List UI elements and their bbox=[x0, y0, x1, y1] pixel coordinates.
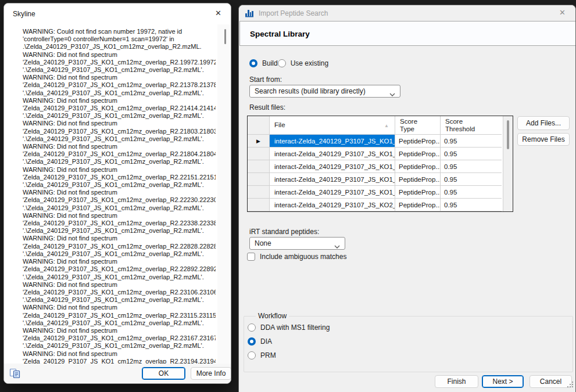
scrollbar-thumb[interactable] bbox=[224, 29, 226, 44]
next-button[interactable]: Next > bbox=[482, 375, 524, 388]
row-selector-header bbox=[248, 116, 270, 135]
cell-file[interactable]: interact-Zelda_240129_P3107_JS_KO1_... bbox=[270, 135, 395, 148]
cell-score-threshold[interactable]: 0.95 bbox=[441, 186, 502, 199]
add-files-button[interactable]: Add Files... bbox=[517, 116, 570, 130]
column-header-score-type[interactable]: Score Type bbox=[395, 116, 441, 135]
radio-icon bbox=[248, 351, 256, 359]
radio-label: DIA bbox=[260, 337, 272, 346]
warning-line: '.\Zelda_240129_P3107_JS_KO1_cm12mz_over… bbox=[23, 135, 216, 143]
window-titlebar[interactable]: Import Peptide Search ✕ bbox=[239, 5, 575, 21]
chevron-down-icon bbox=[389, 90, 395, 98]
workflow-options: DDA with MS1 filtering DIA PRM bbox=[244, 317, 573, 359]
column-header-file[interactable]: File ▲ bbox=[270, 116, 395, 135]
cell-score-threshold[interactable]: 0.95 bbox=[441, 135, 502, 148]
table-row[interactable]: interact-Zelda_240129_P3107_JS_KO1_... P… bbox=[248, 173, 513, 186]
sort-ascending-icon: ▲ bbox=[384, 122, 389, 130]
warning-line: 'Zelda_240129_P3107_JS_KO1_cm12mz_overla… bbox=[23, 289, 216, 296]
message-scrollbar[interactable] bbox=[217, 24, 230, 364]
warning-line: 'Zelda_240129_P3107_JS_KO1_cm12mz_overla… bbox=[23, 265, 216, 273]
table-row[interactable]: interact-Zelda_240129_P3107_JS_KO1_... P… bbox=[248, 186, 513, 199]
warning-line: 'Zelda_240129_P3107_JS_KO1_cm12mz_overla… bbox=[23, 243, 216, 250]
table-row[interactable]: interact-Zelda_240129_P3107_JS_KO1_... P… bbox=[248, 148, 513, 160]
warning-line: '.\Zelda_240129_P3107_JS_KO1_cm12mz_over… bbox=[23, 112, 216, 120]
warning-line: '.\Zelda_240129_P3107_JS_KO1_cm12mz_over… bbox=[23, 319, 216, 327]
warning-line: '.\Zelda_240129_P3107_JS_KO1_cm12mz_over… bbox=[23, 66, 216, 74]
cell-score-type[interactable]: PeptideProp... bbox=[395, 186, 441, 199]
warning-line: '.\Zelda_240129_P3107_JS_KO1_cm12mz_over… bbox=[23, 250, 216, 258]
warning-line: '.\Zelda_240129_P3107_JS_KO1_cm12mz_over… bbox=[23, 296, 216, 304]
column-header-score-threshold[interactable]: Score Threshold bbox=[441, 116, 502, 135]
result-files-label: Result files: bbox=[249, 103, 285, 112]
page-header: Spectral Library bbox=[239, 21, 575, 46]
workflow-radio[interactable]: PRM bbox=[248, 351, 573, 359]
start-from-select[interactable]: Search results (build library directly) bbox=[249, 85, 400, 98]
row-selector[interactable]: ▶ bbox=[248, 135, 270, 148]
close-icon[interactable]: ✕ bbox=[559, 8, 566, 17]
cell-score-threshold[interactable]: 0.95 bbox=[441, 173, 502, 186]
workflow-radio[interactable]: DDA with MS1 filtering bbox=[248, 323, 573, 332]
cell-score-type[interactable]: PeptideProp... bbox=[395, 148, 441, 160]
finish-button[interactable]: Finish bbox=[435, 375, 478, 388]
ok-button[interactable]: OK bbox=[142, 367, 185, 380]
irt-select[interactable]: None bbox=[249, 237, 345, 250]
warning-line: 'Zelda_240129_P3107_JS_KO1_cm12mz_overla… bbox=[23, 128, 216, 135]
cell-file[interactable]: interact-Zelda_240129_P3107_JS_KO1_... bbox=[270, 173, 395, 186]
cell-file[interactable]: interact-Zelda_240129_P3107_JS_KO1_... bbox=[270, 160, 395, 173]
cell-score-threshold[interactable]: 0.95 bbox=[441, 199, 502, 211]
workflow-group: Workflow DDA with MS1 filtering DIA bbox=[244, 316, 573, 372]
radio-icon bbox=[248, 323, 256, 332]
close-icon[interactable]: ✕ bbox=[215, 9, 221, 17]
library-source-radio[interactable]: Use existing bbox=[278, 59, 328, 67]
skyline-warning-dialog: Skyline ✕ WARNING: Could not find scan n… bbox=[3, 3, 231, 384]
row-selector[interactable] bbox=[248, 186, 270, 199]
cell-score-type[interactable]: PeptideProp... bbox=[395, 135, 441, 148]
library-source-radio[interactable]: Build bbox=[249, 59, 278, 67]
dialog-title: Skyline bbox=[13, 10, 35, 18]
row-selector[interactable] bbox=[248, 199, 270, 211]
table-scrollbar[interactable] bbox=[503, 116, 513, 211]
include-ambiguous-checkbox[interactable]: Include ambiguous matches bbox=[247, 253, 346, 261]
warning-line: '.\Zelda_240129_P3107_JS_KO1_cm12mz_over… bbox=[23, 227, 216, 235]
cell-score-type[interactable]: PeptideProp... bbox=[395, 199, 441, 211]
warning-line: 'Zelda_240129_P3107_JS_KO1_cm12mz_overla… bbox=[23, 335, 216, 342]
checkbox-icon bbox=[247, 253, 255, 261]
result-files-table: File ▲ Score Type Score Threshold ▶ inte… bbox=[247, 116, 513, 212]
resize-grip-icon[interactable] bbox=[567, 380, 574, 390]
warning-line: 'Zelda_240129_P3107_JS_KO1_cm12mz_overla… bbox=[23, 150, 216, 158]
cell-file[interactable]: interact-Zelda_240129_P3107_JS_KO1_... bbox=[270, 148, 395, 160]
cell-file[interactable]: interact-Zelda_240129_P3107_JS_KO1_... bbox=[270, 186, 395, 199]
skyline-app-icon bbox=[245, 8, 255, 18]
copy-icon[interactable] bbox=[9, 368, 21, 379]
desktop-background: Skyline ✕ WARNING: Could not find scan n… bbox=[0, 0, 576, 392]
row-selector[interactable] bbox=[248, 148, 270, 160]
warning-message-area[interactable]: WARNING: Could not find scan number 1997… bbox=[23, 28, 216, 364]
cell-score-threshold[interactable]: 0.95 bbox=[441, 160, 502, 173]
warning-line: '.\Zelda_240129_P3107_JS_KO1_cm12mz_over… bbox=[23, 204, 216, 212]
table-row[interactable]: interact-Zelda_240129_P3107_JS_KO1_... P… bbox=[248, 160, 513, 173]
remove-files-button[interactable]: Remove Files bbox=[517, 133, 570, 146]
cell-score-type[interactable]: PeptideProp... bbox=[395, 160, 441, 173]
start-from-label: Start from: bbox=[249, 75, 282, 84]
warning-line: WARNING: Did not find spectrum bbox=[23, 189, 216, 196]
workflow-radio[interactable]: DIA bbox=[248, 337, 573, 346]
more-info-button[interactable]: More Info bbox=[191, 367, 231, 380]
table-row[interactable]: ▶ interact-Zelda_240129_P3107_JS_KO1_...… bbox=[248, 135, 513, 148]
table-row[interactable]: interact-Zelda_240129_P3107_JS_KO2_... P… bbox=[248, 199, 513, 211]
irt-value: None bbox=[255, 239, 271, 247]
dialog-footer: OK More Info bbox=[4, 364, 231, 383]
cancel-button[interactable]: Cancel bbox=[530, 375, 572, 388]
dialog-titlebar[interactable]: Skyline ✕ bbox=[4, 3, 231, 22]
cell-score-threshold[interactable]: 0.95 bbox=[441, 148, 502, 160]
table-scrollbar-thumb[interactable] bbox=[507, 120, 509, 149]
warning-line: WARNING: Did not find spectrum bbox=[23, 97, 216, 105]
warning-line: 'Zelda_240129_P3107_JS_KO1_cm12mz_overla… bbox=[23, 196, 216, 204]
cell-score-type[interactable]: PeptideProp... bbox=[395, 173, 441, 186]
row-selector[interactable] bbox=[248, 160, 270, 173]
warning-line: 'Zelda_240129_P3107_JS_KO1_cm12mz_overla… bbox=[23, 105, 216, 112]
radio-icon bbox=[248, 337, 256, 346]
row-selector[interactable] bbox=[248, 173, 270, 186]
checkbox-label: Include ambiguous matches bbox=[260, 253, 346, 261]
warning-line: WARNING: Did not find spectrum bbox=[23, 51, 216, 59]
warning-line: 'Zelda_240129_P3107_JS_KO1_cm12mz_overla… bbox=[23, 312, 216, 319]
cell-file[interactable]: interact-Zelda_240129_P3107_JS_KO2_... bbox=[270, 199, 395, 211]
